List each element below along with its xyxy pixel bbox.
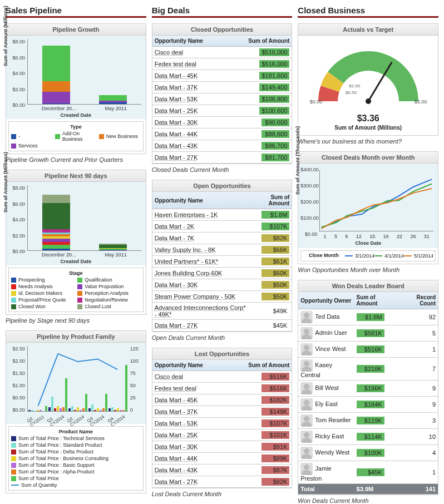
table-row[interactable]: Data Mart - 45K$181,600 xyxy=(152,70,292,82)
col-owner[interactable]: Opportunity Owner xyxy=(298,292,354,309)
legend-item[interactable]: Add-On Business xyxy=(55,131,97,142)
table-row[interactable]: Jones Building Corp-60K$60K xyxy=(152,268,292,279)
opportunity-name[interactable]: Cisco deal xyxy=(152,371,228,383)
table-row[interactable]: Fedex test deal$516,000 xyxy=(152,58,292,70)
legend-item[interactable]: Proposal/Price Quote xyxy=(11,297,74,303)
table-row[interactable]: Data Mart - 30K$91K xyxy=(152,441,292,453)
table-row[interactable]: Data Mart - 37K$149K xyxy=(152,406,292,418)
legend-item[interactable]: Qualification xyxy=(77,277,140,283)
legend-item[interactable]: New Business xyxy=(99,131,141,142)
opportunity-name[interactable]: United Partners* - 61K* xyxy=(152,256,250,268)
owner-cell[interactable]: Ricky East xyxy=(298,429,354,445)
legend-item[interactable]: 3/1/2014 xyxy=(345,253,374,259)
table-row[interactable]: Data Mart - 44K$89K xyxy=(152,453,292,465)
opportunity-name[interactable]: Data Mart - 27K xyxy=(152,476,228,488)
table-row[interactable]: Data Mart - 53K$107K xyxy=(152,418,292,429)
opportunity-name[interactable]: Data Mart - 30K xyxy=(152,441,228,453)
table-row[interactable]: Wendy West$100K4 xyxy=(298,445,438,461)
table-row[interactable]: Data Mart - 27K$81,700 xyxy=(152,152,292,164)
table-row[interactable]: Steam Power Company - 50K$50K xyxy=(152,291,292,303)
table-row[interactable]: Cisco deal$516K xyxy=(152,371,292,383)
table-row[interactable]: Ely East$184K9 xyxy=(298,397,438,413)
opportunity-name[interactable]: Cisco deal xyxy=(152,47,228,58)
legend-item[interactable]: Services xyxy=(11,143,53,149)
widget-closed-deals-mom[interactable]: Closed Deals Month over Month Sum of Amo… xyxy=(298,151,438,264)
owner-cell[interactable]: Admin User xyxy=(298,325,354,342)
col-name[interactable]: Opportunity Name xyxy=(152,192,250,209)
legend-item[interactable]: Needs Analysis xyxy=(11,284,74,289)
table-row[interactable]: Data Mart - 37K$149,400 xyxy=(152,82,292,93)
table-row[interactable]: Data Mart - 43K$86,700 xyxy=(152,140,292,152)
legend-item[interactable]: - xyxy=(11,131,53,142)
opportunity-name[interactable]: Data Mart - 45K xyxy=(152,70,228,82)
legend-item[interactable]: Prospecting xyxy=(11,277,74,283)
opportunity-name[interactable]: Data Mart - 37K xyxy=(152,406,228,418)
legend-item[interactable]: Closed Won xyxy=(11,304,74,309)
opportunity-name[interactable]: Data Mart - 37K xyxy=(152,82,228,93)
table-row[interactable]: Data Mart - 43K$87K xyxy=(152,465,292,476)
table-row[interactable]: Data Mart - 25K$100,600 xyxy=(152,105,292,117)
col-name[interactable]: Opportunity Name xyxy=(152,36,228,47)
opportunity-name[interactable]: Data Mart - 27K xyxy=(152,320,250,332)
owner-cell[interactable]: Ted Data xyxy=(298,309,354,325)
table-row[interactable]: Jamie Preston$45K1 xyxy=(298,461,438,484)
col-amount[interactable]: Sum of Amount xyxy=(354,292,399,309)
widget-pipeline-next90[interactable]: Pipeline Next 90 days Sum of Amount (Mil… xyxy=(6,170,146,315)
legend-item[interactable]: Value Proposition xyxy=(77,284,140,289)
opportunity-name[interactable]: Data Mart - 30K xyxy=(152,279,250,291)
opportunity-name[interactable]: Data Mart - 2K xyxy=(152,221,250,233)
opportunity-name[interactable]: Data Mart - 25K xyxy=(152,105,228,117)
legend-item[interactable]: Sum of Total Price : Technical Services xyxy=(11,436,141,441)
opportunity-name[interactable]: Fedex test deal xyxy=(152,58,228,70)
owner-cell[interactable]: Vince West xyxy=(298,342,354,358)
owner-cell[interactable]: Wendy West xyxy=(298,445,354,461)
widget-product-family[interactable]: Pipeline by Product Family $2.50$2.00$1.… xyxy=(6,330,146,493)
opportunity-name[interactable]: Data Mart - 53K xyxy=(152,418,228,429)
opportunity-name[interactable]: Valley Supply Inc. - 8K xyxy=(152,244,250,256)
legend-item[interactable]: Negotiation/Review xyxy=(77,297,140,303)
table-row[interactable]: Data Mart - 30K$90,600 xyxy=(152,117,292,129)
legend-item[interactable]: Sum of Total Price : Alpha Product xyxy=(11,469,141,475)
table-row[interactable]: Data Mart - 53K$106,800 xyxy=(152,93,292,105)
table-row[interactable]: Data Mart - 30K$50K xyxy=(152,279,292,291)
legend-item[interactable]: Closed Lost xyxy=(77,304,140,309)
col-count[interactable]: Record Count xyxy=(398,292,438,309)
table-row[interactable]: Kasey Central$218K7 xyxy=(298,358,438,381)
table-row[interactable]: Fedex test deal$516K xyxy=(152,383,292,394)
legend-item[interactable]: 5/1/2014 xyxy=(404,253,433,259)
legend-item[interactable]: Sum of Total Price : Standard Product xyxy=(11,442,141,448)
widget-lost-opportunities[interactable]: Lost Opportunities Opportunity Name Sum … xyxy=(152,348,293,488)
opportunity-name[interactable]: Data Mart - 25K xyxy=(152,429,228,441)
table-row[interactable]: Admin User$581K5 xyxy=(298,325,438,342)
widget-open-opportunities[interactable]: Open Opportunities Opportunity Name Sum … xyxy=(152,180,293,332)
table-row[interactable]: Bill West$196K9 xyxy=(298,381,438,397)
opportunity-name[interactable]: Data Mart - 53K xyxy=(152,93,228,105)
table-row[interactable]: Data Mart - 25K$101K xyxy=(152,429,292,441)
table-row[interactable]: Vince West$516K1 xyxy=(298,342,438,358)
opportunity-name[interactable]: Fedex test deal xyxy=(152,383,228,394)
widget-pipeline-growth[interactable]: Pipeline Growth Sum of Amount (Millions)… xyxy=(6,23,146,154)
widget-actuals-vs-target[interactable]: Actuals vs Target $0.00$5.00$0.50$1.00 $… xyxy=(298,23,438,136)
table-row[interactable]: Data Mart - 27K$82K xyxy=(152,476,292,488)
opportunity-name[interactable]: Data Mart - 43K xyxy=(152,140,228,152)
table-row[interactable]: Advanced Interconnections Corp* - 49K*$4… xyxy=(152,303,292,320)
opportunity-name[interactable]: Steam Power Company - 50K xyxy=(152,291,250,303)
owner-cell[interactable]: Jamie Preston xyxy=(298,461,354,484)
opportunity-name[interactable]: Data Mart - 43K xyxy=(152,465,228,476)
col-amount[interactable]: Sum of Amount xyxy=(250,192,292,209)
widget-leaderboard[interactable]: Won Deals Leader Board Opportunity Owner… xyxy=(298,280,438,495)
opportunity-name[interactable]: Data Mart - 7K xyxy=(152,233,250,244)
owner-cell[interactable]: Tom Reseller xyxy=(298,413,354,429)
opportunity-name[interactable]: Jones Building Corp-60K xyxy=(152,268,250,279)
table-row[interactable]: Cisco deal$516,000 xyxy=(152,47,292,58)
opportunity-name[interactable]: Data Mart - 30K xyxy=(152,117,228,129)
table-row[interactable]: United Partners* - 61K*$61K xyxy=(152,256,292,268)
opportunity-name[interactable]: Data Mart - 27K xyxy=(152,152,228,164)
legend-item[interactable]: Sum of Total Price : Basic Support xyxy=(11,462,141,468)
legend-item[interactable]: Perception Analysis xyxy=(77,290,140,296)
opportunity-name[interactable]: Haven Enterprises - 1K xyxy=(152,209,250,221)
owner-cell[interactable]: Bill West xyxy=(298,381,354,397)
col-amount[interactable]: Sum of Amount xyxy=(227,360,292,371)
table-row[interactable]: Data Mart - 44K$88,600 xyxy=(152,129,292,140)
table-row[interactable]: Valley Supply Inc. - 8K$66K xyxy=(152,244,292,256)
